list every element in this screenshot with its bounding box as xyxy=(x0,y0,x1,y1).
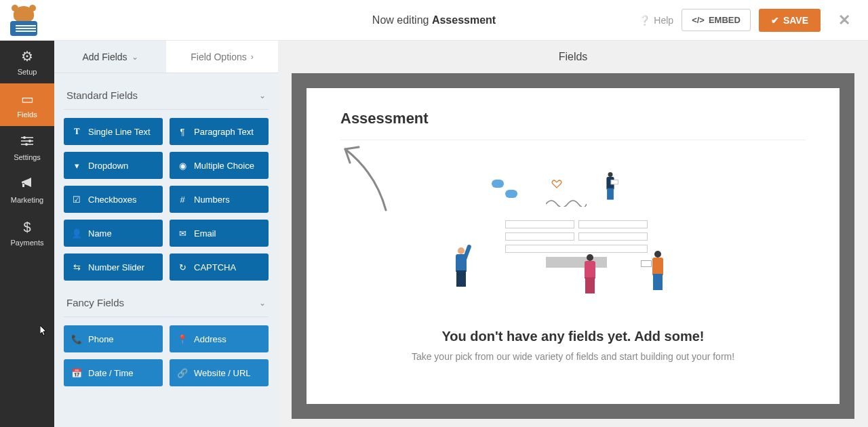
nav-fields[interactable]: ▭ Fields xyxy=(0,83,54,126)
chevron-down-icon: ⌄ xyxy=(259,298,266,308)
phone-icon: 📞 xyxy=(72,334,81,344)
group-fancy-fields[interactable]: Fancy Fields ⌄ xyxy=(64,281,269,317)
link-icon: 🔗 xyxy=(178,368,187,378)
app-logo xyxy=(7,3,41,37)
embed-button[interactable]: </> EMBED xyxy=(682,9,751,31)
field-address[interactable]: 📍Address xyxy=(170,325,269,352)
svg-point-4 xyxy=(28,140,31,142)
recaptcha-icon: ↻ xyxy=(178,262,187,272)
chevron-down-icon: ⌄ xyxy=(259,91,266,100)
empty-state: You don't have any fields yet. Add some!… xyxy=(340,154,806,382)
divider xyxy=(340,140,806,140)
field-single-line-text[interactable]: 𝐓Single Line Text xyxy=(64,118,163,145)
sliders-icon xyxy=(20,134,34,150)
form-icon: ▭ xyxy=(21,91,34,107)
code-icon: </> xyxy=(692,15,705,25)
field-name[interactable]: 👤Name xyxy=(64,220,163,247)
canvas-frame: Assessment xyxy=(292,73,854,419)
sliders-icon: ⇆ xyxy=(72,262,81,272)
nav-setup[interactable]: ⚙ Setup xyxy=(0,41,54,83)
user-icon: 👤 xyxy=(72,228,81,239)
bullhorn-icon xyxy=(20,177,34,192)
text-icon: 𝐓 xyxy=(72,126,81,137)
group-standard-fields[interactable]: Standard Fields ⌄ xyxy=(64,73,269,110)
fields-panel: Add Fields ⌄ Field Options › Standard Fi… xyxy=(54,41,278,427)
form-title: Assessment xyxy=(340,110,806,127)
gear-icon: ⚙ xyxy=(21,48,33,64)
empty-title: You don't have any fields yet. Add some! xyxy=(441,329,704,344)
field-website-url[interactable]: 🔗Website / URL xyxy=(170,359,269,386)
caret-square-icon: ▾ xyxy=(72,161,81,171)
tab-field-options[interactable]: Field Options › xyxy=(166,41,278,73)
field-email[interactable]: ✉Email xyxy=(170,220,269,247)
empty-illustration xyxy=(465,166,682,308)
paragraph-icon: ¶ xyxy=(178,127,187,137)
top-bar: Now editing Assessment ❔ Help </> EMBED … xyxy=(0,0,868,41)
field-number-slider[interactable]: ⇆Number Slider xyxy=(64,253,163,281)
chevron-right-icon: › xyxy=(251,52,254,62)
field-multiple-choice[interactable]: ◉Multiple Choice xyxy=(170,152,269,179)
form-canvas[interactable]: Assessment xyxy=(307,88,840,404)
calendar-icon: 📅 xyxy=(72,368,81,378)
tab-add-fields[interactable]: Add Fields ⌄ xyxy=(54,41,166,73)
left-nav: ⚙ Setup ▭ Fields Settings Marketing $ Pa… xyxy=(0,41,54,427)
check-square-icon: ☑ xyxy=(72,195,81,205)
field-captcha[interactable]: ↻CAPTCHA xyxy=(170,253,269,281)
chevron-down-icon: ⌄ xyxy=(132,52,138,62)
save-button[interactable]: ✔ SAVE xyxy=(759,9,821,32)
mouse-cursor-icon xyxy=(40,325,48,336)
field-checkboxes[interactable]: ☑Checkboxes xyxy=(64,186,163,213)
field-numbers[interactable]: #Numbers xyxy=(170,186,269,213)
dollar-icon: $ xyxy=(23,220,31,235)
preview-area: Fields Assessment xyxy=(278,41,868,427)
empty-subtitle: Take your pick from our wide variety of … xyxy=(412,351,734,362)
nav-marketing[interactable]: Marketing xyxy=(0,169,54,211)
editing-label: Now editing Assessment xyxy=(372,14,496,26)
svg-point-3 xyxy=(23,136,26,139)
map-marker-icon: 📍 xyxy=(178,334,187,344)
hashtag-icon: # xyxy=(178,195,187,205)
close-button[interactable]: ✕ xyxy=(834,12,854,29)
nav-settings[interactable]: Settings xyxy=(0,126,54,169)
field-date-time[interactable]: 📅Date / Time xyxy=(64,359,163,386)
help-icon: ❔ xyxy=(639,15,650,26)
field-dropdown[interactable]: ▾Dropdown xyxy=(64,152,163,179)
dot-circle-icon: ◉ xyxy=(178,161,187,171)
help-link[interactable]: ❔ Help xyxy=(639,15,673,26)
field-paragraph-text[interactable]: ¶Paragraph Text xyxy=(170,118,269,145)
envelope-icon: ✉ xyxy=(178,228,187,239)
field-phone[interactable]: 📞Phone xyxy=(64,325,163,352)
check-icon: ✔ xyxy=(771,15,779,26)
preview-header: Fields xyxy=(278,41,868,73)
svg-point-5 xyxy=(25,143,28,146)
nav-payments[interactable]: $ Payments xyxy=(0,211,54,254)
